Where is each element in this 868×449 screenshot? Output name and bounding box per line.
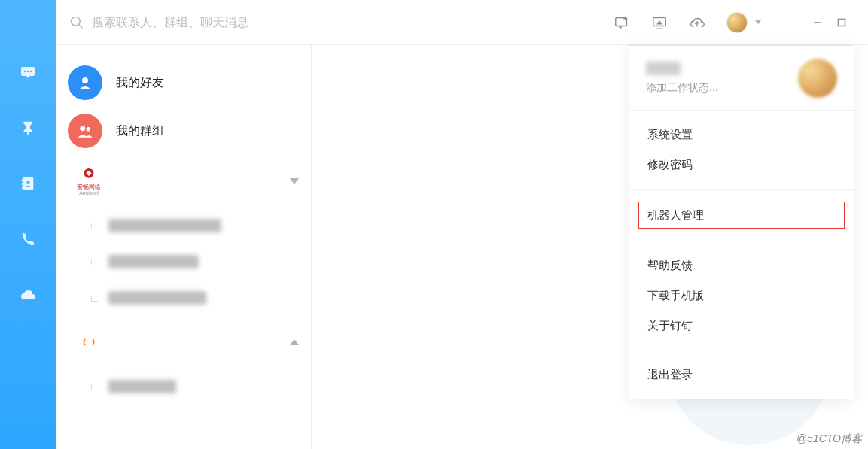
my-groups-row[interactable]: 我的群组 bbox=[62, 107, 305, 155]
dropdown-item[interactable]: 修改密码 bbox=[629, 150, 854, 180]
svg-point-1 bbox=[24, 71, 26, 72]
svg-rect-6 bbox=[22, 180, 23, 182]
my-friends-label: 我的好友 bbox=[116, 75, 164, 91]
svg-point-10 bbox=[72, 17, 81, 26]
left-nav bbox=[0, 0, 56, 449]
groups-icon bbox=[68, 114, 102, 148]
svg-point-2 bbox=[27, 71, 29, 72]
dropdown-item[interactable]: 系统设置 bbox=[629, 120, 854, 150]
set-status-link[interactable]: 添加工作状态... bbox=[646, 81, 718, 95]
cloud-upload-icon[interactable] bbox=[689, 14, 705, 31]
svg-rect-8 bbox=[22, 187, 23, 189]
dropdown-item[interactable]: 帮助反馈 bbox=[629, 250, 854, 281]
list-item[interactable]: ∟ bbox=[62, 280, 305, 316]
svg-line-11 bbox=[79, 24, 83, 28]
dropdown-header: 添加工作状态... bbox=[629, 46, 854, 111]
svg-rect-4 bbox=[27, 132, 29, 135]
svg-point-18 bbox=[82, 77, 88, 83]
list-item[interactable]: ∟ bbox=[62, 244, 305, 280]
app-window: 我的好友 我的群组 安畅网络 Anchnet bbox=[0, 0, 868, 449]
search-box[interactable] bbox=[69, 15, 606, 30]
list-item[interactable]: ∟ bbox=[62, 208, 305, 244]
my-friends-row[interactable]: 我的好友 bbox=[62, 59, 305, 107]
dropdown-item[interactable]: 机器人管理 bbox=[637, 200, 846, 230]
minimize-button[interactable] bbox=[812, 17, 823, 28]
cloud-icon[interactable] bbox=[17, 284, 38, 305]
dropdown-item[interactable]: 关于钉钉 bbox=[629, 311, 854, 341]
maximize-button[interactable] bbox=[836, 17, 847, 28]
svg-rect-7 bbox=[22, 183, 23, 185]
watermark: @51CTO博客 bbox=[796, 432, 862, 446]
search-icon bbox=[69, 15, 84, 30]
org-anchnet-row[interactable]: 安畅网络 Anchnet bbox=[62, 155, 305, 208]
new-chat-icon[interactable] bbox=[614, 14, 630, 31]
chat-icon[interactable] bbox=[17, 62, 38, 83]
svg-point-3 bbox=[30, 71, 32, 72]
list-item[interactable]: ∟ bbox=[62, 369, 305, 405]
collapse-icon[interactable] bbox=[290, 178, 299, 184]
user-avatar-large[interactable] bbox=[798, 59, 837, 98]
contacts-icon[interactable] bbox=[17, 173, 38, 194]
window-buttons bbox=[812, 17, 847, 28]
my-groups-label: 我的群组 bbox=[116, 123, 164, 139]
contact-panel: 我的好友 我的群组 安畅网络 Anchnet bbox=[56, 45, 312, 449]
search-input[interactable] bbox=[92, 16, 363, 29]
expand-icon[interactable] bbox=[290, 339, 299, 345]
header-bar bbox=[56, 0, 868, 45]
dropdown-item[interactable]: 下载手机版 bbox=[629, 281, 854, 311]
aliyun-icon bbox=[74, 327, 104, 357]
friends-icon bbox=[68, 65, 102, 100]
user-dropdown: 添加工作状态... 系统设置修改密码机器人管理帮助反馈下载手机版关于钉钉退出登录 bbox=[629, 45, 854, 399]
svg-point-9 bbox=[26, 181, 29, 184]
header-actions bbox=[614, 12, 854, 33]
chevron-down-icon[interactable] bbox=[755, 20, 761, 24]
pin-icon[interactable] bbox=[17, 117, 38, 138]
svg-point-19 bbox=[80, 126, 85, 131]
dropdown-item[interactable]: 退出登录 bbox=[629, 360, 854, 390]
svg-point-20 bbox=[87, 127, 91, 132]
user-avatar[interactable] bbox=[726, 12, 748, 33]
org-aliyun-row[interactable] bbox=[62, 316, 305, 369]
org-anchnet-label bbox=[104, 174, 290, 189]
phone-icon[interactable] bbox=[17, 229, 38, 250]
user-name bbox=[646, 62, 681, 75]
org-aliyun-label bbox=[104, 335, 290, 350]
projector-icon[interactable] bbox=[651, 14, 668, 31]
anchnet-icon: 安畅网络 Anchnet bbox=[74, 166, 104, 196]
svg-rect-17 bbox=[839, 19, 845, 26]
